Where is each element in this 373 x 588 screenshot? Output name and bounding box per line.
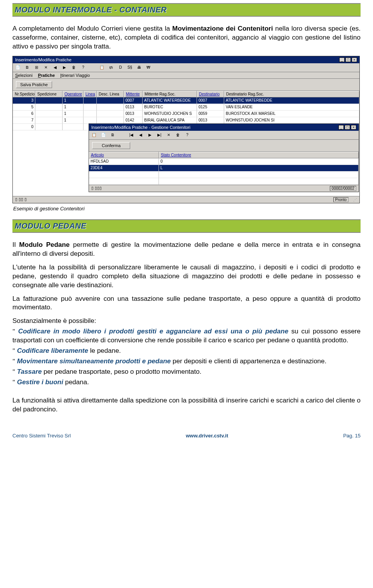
page-footer: Centro Sistemi Treviso Srl www.driver.cs… <box>12 433 361 439</box>
column-header[interactable]: Stato Contenitore <box>159 152 359 158</box>
toolbar-icon[interactable]: 🗎 <box>109 132 116 138</box>
confirm-button[interactable]: Conferma <box>92 142 130 149</box>
column-header[interactable]: Destinatario <box>197 91 224 97</box>
save-button[interactable]: Salva Pratiche <box>16 81 52 88</box>
cell: 23DE4 <box>89 165 159 172</box>
toolbar-icon[interactable]: ✕ <box>42 64 49 71</box>
cell: 6 <box>13 111 35 117</box>
table-row[interactable]: 610013WOHNSTUDIO JOCHEN S0059BUROSTOCK A… <box>13 111 359 117</box>
list-item: " Movimentare simultaneamente prodotti e… <box>12 357 361 366</box>
toolbar-icon[interactable]: 📄 <box>100 132 107 138</box>
cell: WOHNSTUDIO JOCHEN S <box>143 111 197 117</box>
cell <box>84 117 97 124</box>
cell: 0007 <box>124 97 143 104</box>
status-ready: Pronto <box>333 197 349 202</box>
cell <box>97 104 124 111</box>
cell: 1 <box>63 117 84 124</box>
column-header[interactable]: Linea <box>84 91 97 97</box>
toolbar-icon[interactable]: 📋 <box>98 64 105 71</box>
toolbar-icon[interactable] <box>89 64 96 71</box>
close-icon[interactable]: × <box>351 125 356 130</box>
toolbar-icon[interactable]: 📄 <box>14 64 21 71</box>
toolbar-icon[interactable]: ▶ <box>61 64 68 71</box>
section-header-pedane: MODULO PEDANE <box>12 219 361 233</box>
section-header-intermodale: MODULO INTERMODALE - CONTAINER <box>12 3 361 17</box>
column-header[interactable]: Nr.Spedizione <box>13 91 35 97</box>
toolbar-icon[interactable]: ₩ <box>145 64 152 71</box>
pedane-p2: L'utente ha la possibilità di personaliz… <box>12 263 361 290</box>
column-header[interactable]: Operatore <box>63 91 84 97</box>
table-row[interactable]: HFDLSAD0 <box>89 158 359 165</box>
toolbar-icon[interactable]: S§ <box>126 64 133 71</box>
toolbar-icon[interactable]: ✕ <box>165 132 172 138</box>
table-row[interactable]: 510113BUROTEC0125VAN ESLANDE <box>13 104 359 111</box>
text: A completamento del Modulo Corrieri vien… <box>12 25 172 32</box>
toolbar-icon[interactable]: ◀ <box>137 132 144 138</box>
cell <box>97 117 124 124</box>
cell: 0013 <box>197 117 224 124</box>
column-header[interactable]: Desc. Linea <box>97 91 124 97</box>
menu-item[interactable]: Pratiche <box>38 73 55 78</box>
footer-page: Pag. 15 <box>343 433 361 439</box>
text-bold: Movimentazione dei Contenitori <box>172 25 273 32</box>
cell: BUROSTOCK AIX MARSEIL <box>224 111 359 117</box>
menu-item[interactable]: Selezioni <box>15 73 33 78</box>
resize-grip-icon[interactable]: ⋰ <box>353 198 357 202</box>
grid-header: Nr.SpedizioneSpedizioneOperatoreLineaDes… <box>13 91 359 97</box>
minimize-icon[interactable]: _ <box>339 57 345 62</box>
text-bold: Modulo Pedane <box>19 241 70 248</box>
toolbar-icon[interactable]: ⊞ <box>33 64 40 71</box>
cell: 0007 <box>197 97 224 104</box>
menu-item[interactable]: Itinerari Viaggio <box>60 73 90 78</box>
table-row[interactable]: 23DE4L <box>89 165 359 172</box>
toolbar-icon[interactable]: ? <box>80 64 87 71</box>
cell <box>35 117 63 124</box>
toolbar-icon[interactable]: ₥ <box>108 64 115 71</box>
maximize-icon[interactable]: □ <box>345 125 350 130</box>
column-header[interactable]: Spedizione <box>35 91 63 97</box>
window-buttons: _ □ × <box>339 57 357 62</box>
cell: 0125 <box>197 104 224 111</box>
cell: HFDLSAD <box>89 158 159 165</box>
toolbar-icon[interactable]: D <box>117 64 124 71</box>
column-header[interactable]: Destinatario Rag.Soc. <box>224 91 359 97</box>
column-header[interactable]: Mittente Rag.Soc. <box>143 91 197 97</box>
minimize-icon[interactable]: _ <box>338 125 344 130</box>
window-title: Inserimento/Modifica Pratiche - Gestione… <box>91 125 190 130</box>
status-left: ▯ ▯▯▯ <box>91 186 102 191</box>
cell <box>35 104 63 111</box>
column-header[interactable]: Mittente <box>124 91 143 97</box>
cell: 1 <box>63 111 84 117</box>
toolbar-icon[interactable]: 🖶 <box>136 64 143 71</box>
column-header[interactable]: Articolo <box>89 152 159 158</box>
toolbar-icon[interactable]: ? <box>184 132 191 138</box>
text: Il <box>12 241 19 248</box>
table-row[interactable]: 710142BIRAL GIANLUCA SPA0013WOHNSTUDIO J… <box>13 117 359 124</box>
toolbar-icon[interactable]: ▶ <box>146 132 153 138</box>
toolbar-icon[interactable]: 🗑 <box>70 64 77 71</box>
toolbar-icon[interactable]: 📋 <box>91 132 98 138</box>
cell: 5 <box>13 104 35 111</box>
cell: 7 <box>13 117 35 124</box>
inner-window: Inserimento/Modifica Pratiche - Gestione… <box>89 123 359 192</box>
toolbar-icon[interactable]: ◀ <box>52 64 59 71</box>
cell: ATLANTIC WATERBEDDE <box>224 97 359 104</box>
close-icon[interactable]: × <box>352 57 357 62</box>
menubar: SelezioniPraticheItinerari Viaggio <box>13 72 359 79</box>
list-item: " Codificare liberamente le pedane. <box>12 347 361 356</box>
footer-url: www.driver.cstv.it <box>186 433 228 439</box>
list-item: " Codificare in modo libero i prodotti g… <box>12 327 361 345</box>
pedane-p1: Il Modulo Pedane permette di gestire la … <box>12 241 361 258</box>
cell <box>35 124 63 130</box>
cell: 1 <box>63 104 84 111</box>
window-buttons: _ □ × <box>338 125 356 130</box>
table-row[interactable]: 310007ATLANTIC WATERBEDDE0007ATLANTIC WA… <box>13 97 359 104</box>
maximize-icon[interactable]: □ <box>345 57 351 62</box>
toolbar-icon[interactable]: ▶| <box>156 132 163 138</box>
statusbar-main: ▯ ▯▯ ▯ Pronto ⋰ <box>13 196 359 203</box>
toolbar-icon[interactable]: 🗑 <box>174 132 181 138</box>
toolbar-icon[interactable]: |◀ <box>128 132 135 138</box>
toolbar-icon[interactable]: 🗎 <box>24 64 31 71</box>
toolbar-icon[interactable] <box>119 132 125 138</box>
list-item: " Tassare per pedane trasportate, peso o… <box>12 368 361 376</box>
